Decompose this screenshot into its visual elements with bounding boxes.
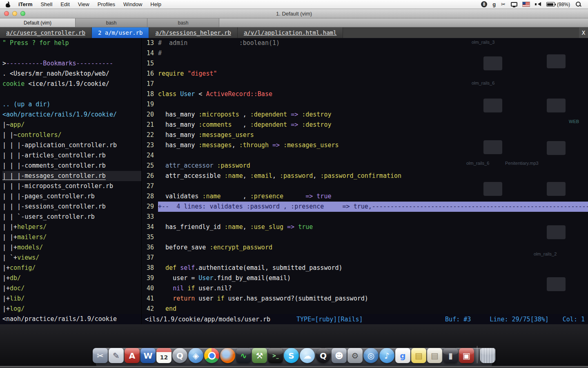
editor-line[interactable]: 20 has_many :microposts , :dependent => … (142, 110, 588, 120)
dock-calendar-icon[interactable]: 12 (156, 348, 172, 363)
nerdtree-row[interactable]: . <Users/mr_naoh/Desktop/web/ (2, 69, 141, 79)
nerdtree-row[interactable]: | | |-application_controller.rb (2, 140, 141, 150)
vim-tab[interactable]: 2 a/m/user.rb (92, 27, 149, 38)
editor-line[interactable]: 17 (142, 79, 588, 89)
nerdtree-row[interactable]: | | |-microposts_controller.rb (2, 181, 141, 191)
dock-mascot-icon[interactable]: ☁ (300, 348, 315, 363)
editor-line[interactable]: 19 (142, 99, 588, 110)
menu-shell[interactable]: Shell (36, 0, 56, 9)
nerdtree-row[interactable]: | | `-users_controller.rb (2, 212, 141, 222)
menu-help[interactable]: Help (146, 0, 165, 9)
nerdtree-row[interactable]: | |~controllers/ (2, 130, 141, 140)
editor-line[interactable]: 16require "digest" (142, 69, 588, 79)
dock-google-icon[interactable]: g (395, 348, 410, 363)
editor-line[interactable]: 26 attr_accessible :name, :email, :passw… (142, 171, 588, 181)
nerdtree-row[interactable]: |+doc/ (2, 283, 141, 294)
vim-tab[interactable]: a/h/sessions_helper.rb (149, 27, 237, 38)
vim-tab-close-button[interactable]: X (579, 27, 588, 38)
term-tab-bash[interactable]: bash (76, 18, 147, 27)
editor-line[interactable]: 42 end (142, 304, 588, 314)
menu-extra-g-icon[interactable]: g (492, 0, 496, 9)
nerdtree-row[interactable]: | | |-messages_controller.rb (2, 171, 141, 181)
nerdtree-row[interactable]: " Press ? for help (2, 38, 141, 48)
nerdtree-row[interactable]: | |+models/ (2, 242, 141, 253)
editor-line[interactable]: 38 def self.authenticate(email, submitte… (142, 263, 588, 273)
editor-line[interactable]: 28 validates :name , :presence => true (142, 191, 588, 202)
dock-editor-icon[interactable]: ✎ (109, 348, 124, 363)
input-source-flag-icon[interactable] (523, 0, 530, 9)
nerdtree-row[interactable] (2, 89, 141, 99)
display-icon[interactable] (511, 0, 517, 9)
dock-system-preferences-icon[interactable]: ⚙ (347, 348, 363, 363)
dock-itunes-icon[interactable]: ♪ (379, 348, 394, 363)
editor-fold-line[interactable]: 29+-- 4 lines: validates :password , :pr… (142, 202, 588, 212)
editor-line[interactable]: 36 before_save :encrypt_password (142, 242, 588, 253)
menu-view[interactable]: View (74, 0, 94, 9)
editor-line[interactable]: 41 return user if user.has_password?(sub… (142, 294, 588, 304)
dock-word-icon[interactable]: W (140, 348, 156, 363)
editor-line[interactable]: 34 has_friendly_id :name, :use_slug => t… (142, 222, 588, 232)
nerdtree-row[interactable]: | | |-comments_controller.rb (2, 161, 141, 171)
editor-line[interactable]: 14# (142, 48, 588, 58)
nerdtree-row[interactable]: | | |-articles_controller.rb (2, 150, 141, 161)
menu-window[interactable]: Window (119, 0, 146, 9)
editor-line[interactable]: 40 nil if user.nil? (142, 283, 588, 294)
apple-menu-icon[interactable] (6, 2, 11, 7)
nerdtree-row[interactable] (2, 48, 141, 58)
nerdtree-row[interactable]: | | |-sessions_controller.rb (2, 202, 141, 212)
editor-line[interactable]: 35 (142, 232, 588, 242)
nerdtree-row[interactable]: | |+helpers/ (2, 222, 141, 232)
dock-skype-icon[interactable]: S (284, 348, 299, 363)
nerdtree-row[interactable]: | | |-pages_controller.rb (2, 191, 141, 202)
dock-quicktime-icon[interactable]: Q (172, 348, 187, 363)
minimize-window-button[interactable] (12, 11, 17, 16)
editor-line[interactable]: 15 (142, 58, 588, 69)
menu-edit[interactable]: Edit (56, 0, 74, 9)
menu-iterm[interactable]: iTerm (14, 0, 36, 9)
dock-safari-icon[interactable]: ◈ (188, 348, 203, 363)
editor-line[interactable]: 37 (142, 253, 588, 263)
nerdtree-row[interactable]: |+config/ (2, 263, 141, 273)
dock-media-icon[interactable]: ▮ (443, 348, 458, 363)
dock-chat-icon[interactable]: ☻ (332, 348, 347, 363)
nerdtree-row[interactable]: | |+mailers/ (2, 232, 141, 242)
nerdtree-row[interactable]: |+log/ (2, 304, 141, 314)
dock-build-tool-icon[interactable]: ⚒ (252, 348, 267, 363)
vim-tab[interactable]: a/v/l/application.html.haml (238, 27, 343, 38)
spotlight-icon[interactable] (575, 0, 581, 9)
editor-line[interactable]: 13# admin :boolean(1) (142, 38, 588, 48)
dock-terminal-icon[interactable]: >_ (268, 348, 283, 363)
editor-line[interactable]: 22 has_many :messages_users (142, 130, 588, 140)
nerdtree-row[interactable]: >----------Bookmarks---------- (2, 58, 141, 69)
editor-line[interactable]: 27 (142, 181, 588, 191)
menu-extra-8ball-icon[interactable]: 8 (481, 1, 487, 7)
term-tab-bash[interactable]: bash (147, 18, 219, 27)
dock-firefox-icon[interactable] (220, 348, 235, 363)
editor-line[interactable]: 24 (142, 150, 588, 161)
dock-archive-icon[interactable]: ▣ (459, 348, 474, 363)
editor-line[interactable]: 25 attr_accessor :password (142, 161, 588, 171)
dock-trash-icon[interactable] (480, 348, 495, 363)
zoom-window-button[interactable] (20, 11, 25, 16)
nerdtree-row[interactable]: | `+views/ (2, 253, 141, 263)
nerdtree-pane[interactable]: " Press ? for help>----------Bookmarks--… (0, 38, 142, 314)
dock-globe-browser-icon[interactable]: ◎ (363, 348, 379, 363)
dock-stickies-icon[interactable]: ▤ (411, 348, 426, 363)
nerdtree-row[interactable]: cookie <ice/rails/1.9/cookie/ (2, 79, 141, 89)
dock-notes-icon[interactable]: ▤ (427, 348, 442, 363)
scissors-icon[interactable]: ✂ (501, 0, 506, 9)
menu-profiles[interactable]: Profiles (94, 0, 119, 9)
term-tab-default-vim-[interactable]: Default (vim) (0, 18, 76, 27)
nerdtree-row[interactable]: <aoh/practice/rails/1.9/cookie/ (2, 110, 141, 120)
close-window-button[interactable] (4, 11, 9, 16)
dock-qq-icon[interactable]: Q (316, 348, 331, 363)
editor-line[interactable]: 39 user = User.find_by_email(email) (142, 273, 588, 283)
vim-tab[interactable]: a/c/users_controller.rb (0, 27, 92, 38)
window-titlebar[interactable]: 1. Default (vim) (0, 9, 588, 18)
editor-pane[interactable]: olm_rails_3 olm_rails_6 WEB olm_rails_6 … (142, 38, 588, 314)
battery-indicator[interactable]: (98%) (546, 0, 570, 9)
nerdtree-row[interactable]: .. (up a dir) (2, 99, 141, 110)
nerdtree-row[interactable]: |+lib/ (2, 294, 141, 304)
volume-icon[interactable] (535, 0, 541, 9)
dock-grab-icon[interactable]: ✂ (93, 348, 108, 363)
